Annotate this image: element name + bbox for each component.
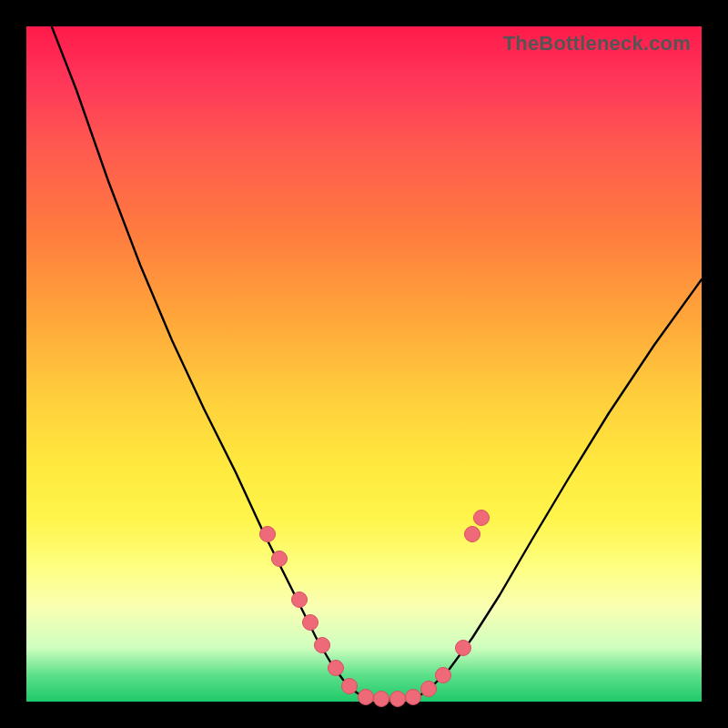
data-marker [390,692,406,707]
data-marker [272,551,288,567]
data-marker [329,661,344,676]
data-marker [292,592,308,608]
data-marker [359,690,374,705]
chart-overlay [26,26,702,702]
data-marker [260,527,276,542]
data-marker [342,679,358,694]
data-marker [465,527,480,542]
bottleneck-curve [45,8,702,700]
data-marker [315,638,330,653]
marker-group [260,511,490,707]
data-marker [474,511,490,526]
data-marker [436,668,451,683]
data-marker [374,692,389,707]
data-marker [456,641,471,656]
chart-frame: TheBottleneck.com [0,0,728,728]
data-marker [421,682,437,697]
data-marker [303,615,318,631]
plot-area: TheBottleneck.com [26,26,702,702]
data-marker [406,690,421,705]
